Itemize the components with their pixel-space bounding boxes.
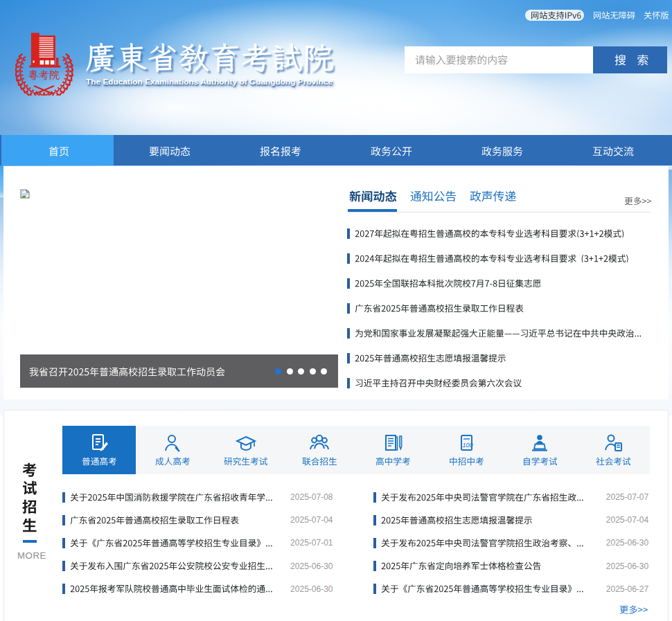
svg-text:100: 100 <box>463 442 473 449</box>
